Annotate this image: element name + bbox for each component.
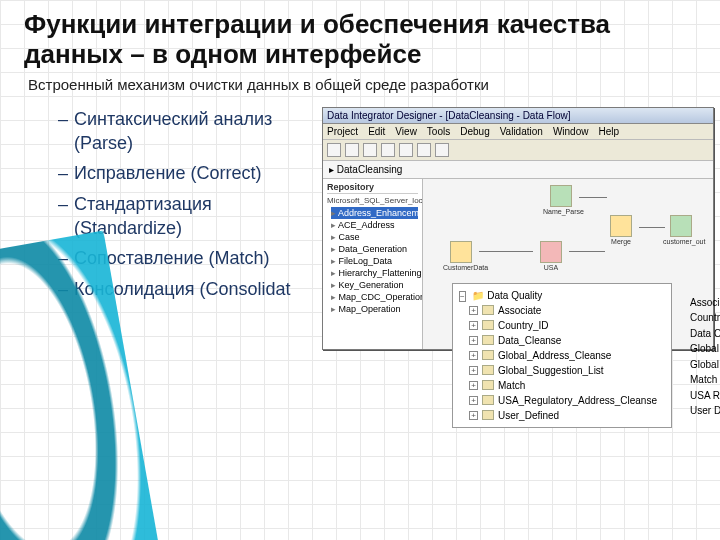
node-icon [610,215,632,237]
desc-line: Country ID Base Transform [690,310,720,326]
node-icon [540,241,562,263]
data-quality-tree: − 📁 Data Quality +Associate +Country_ID … [452,283,672,428]
page-title: Функции интеграции и обеспечения качеств… [0,0,720,72]
tree-root[interactable]: − 📁 Data Quality [459,288,665,303]
transform-icon [482,380,494,390]
desc-line: Global Address Cleanse Base Transform [690,341,720,357]
db-icon [670,215,692,237]
toolbar-button[interactable] [435,143,449,157]
toolbar-button[interactable] [327,143,341,157]
menu-item[interactable]: Debug [460,126,489,137]
transform-icon [482,305,494,315]
toolbar-button[interactable] [417,143,431,157]
desc-line: Associate Base Transform [690,295,720,311]
tree-item[interactable]: +User_Defined [469,408,665,423]
expand-icon[interactable]: + [469,336,478,345]
menu-item[interactable]: Project [327,126,358,137]
list-item: Исправление (Correct) [58,161,308,185]
db-icon [550,185,572,207]
repo-header: Repository [327,182,418,194]
transform-icon [482,410,494,420]
menu-item[interactable]: Edit [368,126,385,137]
desc-line: Match Base Transform [690,372,720,388]
desc-line: USA Regulatory Address Cleanse Base [690,388,720,404]
desc-line: Data Cleanse Base Transform [690,326,720,342]
flow-node: customer_out [663,215,699,245]
flow-node: Merge [603,215,639,245]
flow-node: Name_Parse [543,185,579,215]
toolbar [323,140,713,161]
menu-item[interactable]: View [395,126,417,137]
menu-item[interactable]: Tools [427,126,450,137]
transform-icon [482,320,494,330]
transform-icon [482,395,494,405]
menubar: Project Edit View Tools Debug Validation… [323,124,713,140]
tree-item[interactable]: +Global_Address_Cleanse [469,348,665,363]
tree-item[interactable]: Case [331,231,418,243]
screenshot-panel: Data Integrator Designer - [DataCleansin… [322,107,720,350]
collapse-icon[interactable]: − [459,291,466,302]
window-titlebar: Data Integrator Designer - [DataCleansin… [323,108,713,124]
tree-item[interactable]: ACE_Address [331,219,418,231]
tree-item[interactable]: Hierarchy_Flattening [331,267,418,279]
menu-item[interactable]: Window [553,126,589,137]
toolbar-button[interactable] [363,143,377,157]
expand-icon[interactable]: + [469,366,478,375]
tree-item[interactable]: FileLog_Data [331,255,418,267]
list-item: Стандартизация (Standardize) [58,192,308,241]
flow-node: USA [533,241,569,271]
node-icon [450,241,472,263]
list-item: Синтаксический анализ (Parse) [58,107,308,156]
tree-item[interactable]: +Associate [469,303,665,318]
expand-icon[interactable]: + [469,321,478,330]
transform-icon [482,350,494,360]
tree-item[interactable]: Key_Generation [331,279,418,291]
flow-node: CustomerData [443,241,479,271]
expand-icon[interactable]: + [469,381,478,390]
transform-icon [482,365,494,375]
toolbar-button[interactable] [381,143,395,157]
tree-item[interactable]: Map_CDC_Operation [331,291,418,303]
toolbar-button[interactable] [345,143,359,157]
expand-icon[interactable]: + [469,351,478,360]
tree-item[interactable]: +Data_Cleanse [469,333,665,348]
menu-item[interactable]: Help [598,126,619,137]
list-item: Сопоставление (Match) [58,246,308,270]
desc-line: Global Suggestion List Base Transform [690,357,720,373]
repository-tree: Repository Microsoft_SQL_Server_localhos… [323,179,423,349]
tree-item[interactable]: +Global_Suggestion_List [469,363,665,378]
expand-icon[interactable]: + [469,396,478,405]
desc-line: User Defined Base Transform [690,403,720,419]
transform-icon [482,335,494,345]
tab-label[interactable]: DataCleansing [337,164,403,175]
tree-item[interactable]: Data_Generation [331,243,418,255]
tree-item[interactable]: +Match [469,378,665,393]
toolbar-button[interactable] [399,143,413,157]
repo-connection: Microsoft_SQL_Server_localhost_direpo30 [327,196,418,205]
expand-icon[interactable]: + [469,411,478,420]
tree-item[interactable]: Address_Enhancement [331,207,418,219]
tree-item[interactable]: +USA_Regulatory_Address_Cleanse [469,393,665,408]
content-area: Синтаксический анализ (Parse) Исправлени… [0,101,720,350]
menu-item[interactable]: Validation [500,126,543,137]
list-item: Консолидация (Consolidat [58,277,308,301]
feature-list: Синтаксический анализ (Parse) Исправлени… [58,107,308,350]
tree-item[interactable]: Map_Operation [331,303,418,315]
expand-icon[interactable]: + [469,306,478,315]
tree-item[interactable]: +Country_ID [469,318,665,333]
transform-descriptions: Associate Base Transform Country ID Base… [690,295,720,419]
page-subtitle: Встроенный механизм очистки данных в общ… [0,72,720,101]
